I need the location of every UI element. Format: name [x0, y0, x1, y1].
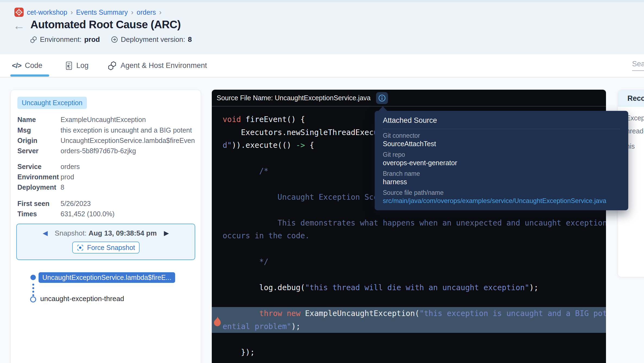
tooltip-source-file-path: Source file path/name src/main/java/com/…	[383, 189, 620, 205]
flame-icon	[212, 316, 222, 327]
code-line: */	[212, 255, 606, 268]
search-field-wrap	[632, 60, 644, 71]
code-line	[212, 242, 606, 255]
deployment-value: 8	[188, 35, 192, 44]
hexagons-icon	[107, 61, 117, 71]
stack-thread-item[interactable]: uncaught-exception-thread	[40, 295, 124, 303]
force-snapshot-label: Force Snapshot	[87, 244, 135, 252]
environment-value: prod	[84, 35, 100, 44]
breadcrumb-link-events-summary[interactable]: Events Summary	[76, 8, 128, 16]
environment-meta: Environment: prod	[30, 35, 100, 44]
right-panel-item[interactable]: hread-	[626, 127, 644, 135]
code-line: This demonstrates what happens when an u…	[212, 217, 606, 230]
code-line: ential problem");	[212, 320, 606, 333]
app-logo-icon	[14, 8, 24, 17]
right-panel-title: Recor	[618, 90, 644, 107]
code-line	[212, 268, 606, 281]
breadcrumb-separator: ›	[71, 8, 73, 17]
tab-log-label: Log	[76, 61, 89, 70]
breadcrumb: cet-workshop › Events Summary › orders ›	[14, 8, 162, 17]
stack-thread-circle-icon	[30, 296, 36, 302]
tab-agent-label: Agent & Host Environment	[121, 61, 207, 70]
stack-frame-dot-icon	[30, 275, 36, 280]
code-viewer-header: Source File Name: UncaughtExceptionServi…	[212, 90, 606, 107]
source-file-path-link[interactable]: src/main/java/com/overops/examples/servi…	[383, 196, 620, 205]
tooltip-git-repo: Git repo overops-event-generator	[383, 151, 620, 167]
page-header: cet-workshop › Events Summary › orders ›…	[0, 0, 644, 54]
code-tab-icon: </>	[12, 61, 21, 70]
environment-label: Environment:	[40, 35, 81, 44]
code-line: log.debug("this thread will die with an …	[212, 281, 606, 294]
tooltip-divider	[383, 129, 620, 129]
event-type-badge: Uncaught Exception	[17, 97, 87, 109]
info-row-times: Times631,452 (100.0%)	[17, 209, 197, 218]
snapshot-timestamp: Aug 13, 09:38:54 pm	[89, 229, 157, 237]
deployment-label: Deployment version:	[121, 35, 185, 44]
attached-source-info-button[interactable]	[376, 92, 388, 104]
stack-connector-dots	[32, 284, 34, 296]
snapshot-box: ◀ Snapshot: Aug 13, 09:38:54 pm ▶ Force …	[16, 224, 195, 260]
info-row-msg: Msgthis exception is uncaught and a BIG …	[17, 126, 197, 134]
tab-agent-host-environment[interactable]: Agent & Host Environment	[107, 54, 207, 77]
breadcrumb-separator: ›	[159, 8, 162, 17]
info-row-environment: Environmentprod	[17, 173, 197, 181]
tooltip-git-connector: Git connector SourceAttachTest	[383, 132, 620, 148]
info-row-server: Serverorders-5b8f97d67b-6zjkg	[17, 146, 197, 155]
force-snapshot-button[interactable]: Force Snapshot	[72, 242, 140, 254]
force-snapshot-icon	[77, 244, 84, 251]
code-line: throw new ExampleUncaughtException("this…	[212, 307, 606, 320]
tab-bar: </> Code Log Agent & Host Environment	[0, 54, 644, 77]
meta-row: Environment: prod Deployment version: 8	[30, 35, 192, 44]
code-line: });	[212, 346, 606, 359]
log-tab-icon	[65, 61, 73, 70]
tab-code-label: Code	[25, 61, 43, 70]
right-panel-item[interactable]: Excepti	[626, 114, 644, 122]
code-line: occurs in the code.	[212, 229, 606, 242]
breadcrumb-link-workspace[interactable]: cet-workshop	[27, 8, 67, 16]
info-row-origin: OriginUncaughtExceptionService.lambda$fi…	[17, 136, 197, 145]
snapshot-prev-icon[interactable]: ◀	[43, 229, 48, 237]
stack-frame-selected[interactable]: UncaughtExceptionService.lambda$fireE...	[39, 272, 175, 283]
environment-icon	[30, 36, 37, 43]
source-file-name: Source File Name: UncaughtExceptionServi…	[217, 94, 371, 102]
info-row-first-seen: First seen5/26/2023	[17, 199, 197, 208]
info-row-name: NameExampleUncaughtException	[17, 115, 197, 124]
snapshot-nav: ◀ Snapshot: Aug 13, 09:38:54 pm ▶	[17, 227, 195, 239]
tooltip-branch-name: Branch name harness	[383, 170, 620, 186]
deployment-icon	[111, 36, 118, 43]
info-row-deployment: Deployment8	[17, 183, 197, 192]
event-details-panel: Uncaught Exception NameExampleUncaughtEx…	[11, 90, 201, 363]
attached-source-tooltip: Attached Source Git connector SourceAtta…	[375, 111, 628, 210]
tab-code[interactable]: </> Code	[12, 54, 42, 77]
snapshot-next-icon[interactable]: ▶	[164, 229, 169, 237]
snapshot-label: Snapshot:	[55, 229, 87, 237]
back-arrow-icon[interactable]: ←	[13, 20, 25, 32]
breadcrumb-link-service[interactable]: orders	[137, 8, 156, 16]
code-line	[212, 333, 606, 346]
search-input[interactable]	[632, 60, 644, 71]
tab-log[interactable]: Log	[65, 54, 89, 77]
code-line	[212, 294, 606, 307]
breadcrumb-separator: ›	[131, 8, 134, 17]
info-row-service: Serviceorders	[17, 162, 197, 171]
tooltip-title: Attached Source	[383, 116, 620, 125]
active-tab-underline	[10, 74, 49, 77]
page-title: Automated Root Cause (ARC)	[30, 18, 181, 31]
deployment-meta: Deployment version: 8	[111, 35, 192, 44]
top-strip	[0, 0, 644, 2]
